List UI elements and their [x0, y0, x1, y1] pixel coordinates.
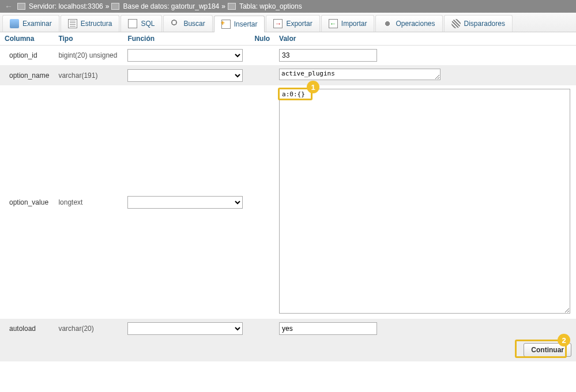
breadcrumb-server[interactable]: Servidor: localhost:3306: [29, 2, 103, 10]
tab-label: Disparadores: [464, 20, 505, 28]
null-cell: [250, 46, 274, 66]
structure-icon: [68, 19, 77, 28]
col-name: autoload: [0, 319, 54, 338]
insert-icon: [221, 20, 231, 29]
col-name: option_value: [0, 85, 54, 319]
function-select[interactable]: [127, 49, 243, 62]
tab-label: SQL: [141, 20, 155, 28]
annotation-badge-2: 2: [558, 334, 570, 346]
null-cell: [250, 85, 274, 319]
value-input-option-id[interactable]: [279, 49, 377, 62]
import-icon: [329, 19, 338, 28]
col-type: bigint(20) unsigned: [54, 46, 123, 66]
tab-label: Operaciones: [396, 20, 435, 28]
col-type: varchar(20): [54, 319, 123, 338]
server-icon: [17, 3, 25, 10]
operations-icon: [383, 19, 392, 28]
database-icon: [111, 3, 119, 10]
tab-label: Estructura: [81, 20, 112, 28]
null-cell: [250, 319, 274, 338]
bc-db-label: Base de datos:: [123, 2, 169, 10]
sql-icon: [128, 19, 137, 28]
tab-label: Examinar: [22, 20, 52, 28]
th-null: Nulo: [250, 32, 274, 46]
row-autoload: autoload varchar(20): [0, 319, 576, 338]
submit-row: 2 Continuar: [0, 338, 576, 361]
tab-label: Exportar: [286, 20, 312, 28]
tab-buscar[interactable]: Buscar: [163, 15, 212, 32]
insert-form-table: Columna Tipo Función Nulo Valor option_i…: [0, 32, 576, 338]
bc-server-label: Servidor:: [29, 2, 57, 10]
col-type: varchar(191): [54, 65, 123, 85]
bc-table-val: wpko_options: [259, 2, 302, 10]
tab-label: Buscar: [183, 20, 205, 28]
col-name: option_name: [0, 65, 54, 85]
tab-exportar[interactable]: Exportar: [266, 15, 319, 32]
breadcrumb: ← Servidor: localhost:3306 » Base de dat…: [0, 0, 576, 13]
tab-label: Insertar: [234, 20, 258, 28]
tab-examinar[interactable]: Examinar: [2, 15, 59, 32]
tab-estructura[interactable]: Estructura: [61, 15, 120, 32]
th-function: Función: [123, 32, 250, 46]
th-value: Valor: [274, 32, 576, 46]
search-icon: [171, 19, 180, 28]
browse-icon: [10, 19, 19, 28]
bc-sep: »: [221, 2, 225, 10]
col-type: longtext: [54, 85, 123, 319]
row-option-value: option_value longtext 1: [0, 85, 576, 319]
row-option-name: option_name varchar(191): [0, 65, 576, 85]
tab-insertar[interactable]: Insertar: [214, 16, 265, 32]
row-option-id: option_id bigint(20) unsigned: [0, 46, 576, 66]
null-cell: [250, 65, 274, 85]
bc-db-val: gatortur_wp184: [171, 2, 219, 10]
tab-label: Importar: [341, 20, 367, 28]
bc-server-val: localhost:3306: [58, 2, 103, 10]
value-textarea-option-value[interactable]: [279, 89, 570, 314]
tab-sql[interactable]: SQL: [121, 15, 162, 32]
col-name: option_id: [0, 46, 54, 66]
th-type: Tipo: [54, 32, 123, 46]
tab-operaciones[interactable]: Operaciones: [375, 15, 442, 32]
annotation-badge-1: 1: [307, 81, 319, 93]
bc-table-label: Tabla:: [239, 2, 258, 10]
breadcrumb-table[interactable]: Tabla: wpko_options: [239, 2, 302, 10]
th-column: Columna: [0, 32, 54, 46]
function-select[interactable]: [127, 196, 243, 209]
bc-sep: »: [106, 2, 110, 10]
function-select[interactable]: [127, 322, 243, 335]
back-arrow-icon[interactable]: ←: [5, 2, 13, 11]
function-select[interactable]: [127, 69, 243, 82]
breadcrumb-db[interactable]: Base de datos: gatortur_wp184: [123, 2, 219, 10]
tab-disparadores[interactable]: Disparadores: [444, 15, 513, 32]
export-icon: [273, 19, 283, 28]
value-textarea-option-name[interactable]: [279, 69, 441, 80]
tab-importar[interactable]: Importar: [321, 15, 375, 32]
table-icon: [228, 3, 236, 10]
triggers-icon: [451, 19, 461, 28]
tab-bar: Examinar Estructura SQL Buscar Insertar …: [0, 13, 576, 32]
value-input-autoload[interactable]: [279, 322, 377, 335]
